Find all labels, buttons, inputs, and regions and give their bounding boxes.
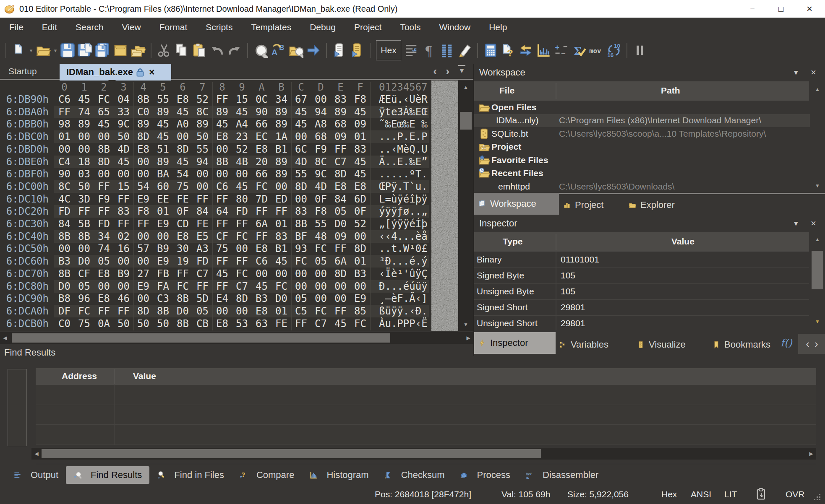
word-wrap-icon[interactable]	[403, 40, 420, 60]
hex-byte[interactable]: E8	[212, 318, 232, 330]
hex-byte[interactable]: 15	[114, 181, 133, 192]
hex-byte[interactable]: FF	[331, 305, 350, 317]
inspector-row-unsigned-byte[interactable]: Unsigned Byte105	[474, 283, 809, 300]
hex-byte[interactable]: F8	[133, 205, 153, 217]
hex-byte[interactable]: 00	[291, 193, 311, 205]
checksum-icon[interactable]: Σ	[570, 40, 587, 60]
hex-byte[interactable]: 8D	[232, 293, 252, 304]
hex-byte[interactable]: 85	[350, 305, 370, 317]
hex-byte[interactable]: E8	[252, 305, 272, 317]
hex-row[interactable]: 6:DBE0hC4188D45008945948B4B20894D8CC745Ä…	[0, 156, 473, 168]
ascii-text[interactable]: Ð...éúüÿ	[379, 281, 428, 292]
hex-byte[interactable]: FF	[212, 94, 232, 105]
hex-byte[interactable]: 45	[350, 156, 370, 168]
hex-byte[interactable]: A0	[173, 118, 193, 130]
workspace-tree-item-emhttpd[interactable]: emhttpdC:\Users\lyc8503\Downloads\	[474, 180, 810, 193]
workspace-tree-item-recent-files[interactable]: Recent Files	[474, 167, 810, 180]
hex-byte[interactable]: C7	[193, 268, 212, 280]
hex-byte[interactable]: 8B	[153, 305, 173, 317]
hex-byte[interactable]: 89	[272, 106, 291, 118]
prev-tab-icon[interactable]: ‹	[433, 65, 437, 78]
hex-byte[interactable]: 01	[350, 131, 370, 143]
hex-horizontal-scrollbar[interactable]: ◀ ▶	[0, 332, 473, 344]
find-horizontal-scrollbar[interactable]: ◀ ▶	[31, 448, 816, 460]
tab-close-icon[interactable]: ×	[149, 67, 154, 78]
hex-byte[interactable]: FF	[291, 318, 311, 330]
hex-byte[interactable]: EE	[153, 193, 173, 205]
hex-byte[interactable]: 00	[252, 268, 272, 280]
hex-byte[interactable]: 55	[291, 168, 311, 180]
hex-byte[interactable]: B9	[114, 268, 133, 280]
ascii-text[interactable]: Àu.PPP‹Ë	[379, 318, 428, 330]
hex-byte[interactable]: 01	[55, 131, 74, 143]
hex-row[interactable]: 6:DC80hD0050000E9FAFCFFFFC745FC00000000Ð…	[0, 280, 473, 293]
hex-byte[interactable]: BF	[291, 231, 311, 242]
hex-byte[interactable]: 55	[153, 94, 173, 105]
hex-byte[interactable]: 66	[252, 118, 272, 130]
hex-byte[interactable]: 8D	[133, 305, 153, 317]
copy-icon[interactable]	[173, 40, 191, 60]
hex-byte[interactable]: 00	[212, 143, 232, 155]
ascii-text[interactable]: ÆEü.‹UèR	[379, 94, 428, 105]
hex-byte[interactable]: 50	[74, 181, 94, 192]
tab-visualize[interactable]: Visualize	[637, 334, 686, 356]
tab-workspace[interactable]: Workspace	[474, 193, 559, 215]
hex-byte[interactable]: 5B	[74, 218, 94, 230]
hex-byte[interactable]: 27	[133, 268, 153, 280]
tab-bookmarks[interactable]: Bookmarks	[713, 334, 770, 356]
hex-byte[interactable]: 83	[272, 231, 291, 242]
menu-format[interactable]: Format	[150, 18, 197, 37]
hex-byte[interactable]: 4D	[114, 143, 133, 155]
hex-byte[interactable]: 8B	[94, 143, 114, 155]
status-endianness[interactable]: LIT	[724, 489, 737, 499]
workspace-vertical-scrollbar[interactable]: ▲ ▼	[810, 81, 825, 194]
hex-byte[interactable]: 83	[114, 205, 133, 217]
ascii-text[interactable]: ßüÿÿ.‹Ð.	[379, 305, 428, 317]
hex-byte[interactable]: B9	[153, 243, 173, 255]
menu-project[interactable]: Project	[345, 18, 391, 37]
col-file[interactable]: File	[499, 86, 514, 96]
hex-byte[interactable]: 83	[350, 143, 370, 155]
find-hscroll-thumb[interactable]	[42, 449, 541, 458]
hex-vertical-scrollbar[interactable]: ▲ ▼	[458, 81, 473, 331]
hex-byte[interactable]: E9	[133, 193, 153, 205]
hex-byte[interactable]: FF	[212, 193, 232, 205]
hex-byte[interactable]: 00	[350, 231, 370, 242]
scroll-left-icon[interactable]: ◀	[1, 332, 9, 344]
inspector-row-signed-byte[interactable]: Signed Byte105	[474, 268, 809, 284]
hex-byte[interactable]: 89	[193, 118, 212, 130]
hex-byte[interactable]: E9	[133, 281, 153, 292]
hex-byte[interactable]: 8D	[331, 168, 350, 180]
hex-byte[interactable]: 93	[291, 243, 311, 255]
hex-row[interactable]: 6:DC20hFDFFFF83F8010F8464FDFFFF83F8050Fý…	[0, 205, 473, 218]
hex-byte[interactable]: B8	[55, 293, 74, 304]
hex-byte[interactable]: FC	[311, 305, 331, 317]
scroll-down-icon[interactable]: ▼	[458, 321, 473, 328]
inspector-collapse-icon[interactable]: ▾	[794, 218, 798, 228]
hex-byte[interactable]: 52	[232, 143, 252, 155]
hex-byte[interactable]: FA	[153, 281, 173, 292]
hex-byte[interactable]: C7	[311, 318, 331, 330]
tab-startup[interactable]: Startup	[0, 64, 45, 79]
hex-byte[interactable]: 45	[212, 268, 232, 280]
hex-byte[interactable]: E9	[350, 293, 370, 304]
col-path[interactable]: Path	[661, 86, 680, 96]
hex-byte[interactable]: 45	[153, 131, 173, 143]
highlight-icon[interactable]	[456, 40, 473, 60]
hex-row[interactable]: 6:DC00h8C50FF1554607500C645FC008D4DE8E8Œ…	[0, 180, 473, 193]
hex-byte[interactable]: B3	[350, 268, 370, 280]
hex-byte[interactable]: FF	[212, 281, 232, 292]
hex-row[interactable]: 6:DC40h8B8B34020000E8E5CFFCFF83BF480900‹…	[0, 230, 473, 243]
replace-icon[interactable]: AB	[269, 40, 287, 60]
hex-byte[interactable]: 94	[311, 106, 331, 118]
hex-byte[interactable]: C0	[133, 106, 153, 118]
paste-icon[interactable]	[191, 40, 208, 60]
workspace-tree-item-sqlite-bt[interactable]: SQLite.btC:\Users\lyc8503\scoop\a...10 T…	[474, 127, 810, 140]
clipboard-icon[interactable]	[755, 488, 767, 501]
hex-byte[interactable]: 45	[114, 156, 133, 168]
hex-byte[interactable]: 50	[114, 318, 133, 330]
hex-byte[interactable]: CB	[193, 318, 212, 330]
hex-byte[interactable]: FF	[114, 193, 133, 205]
hex-byte[interactable]: 05	[311, 255, 331, 267]
hex-byte[interactable]: 00	[114, 281, 133, 292]
